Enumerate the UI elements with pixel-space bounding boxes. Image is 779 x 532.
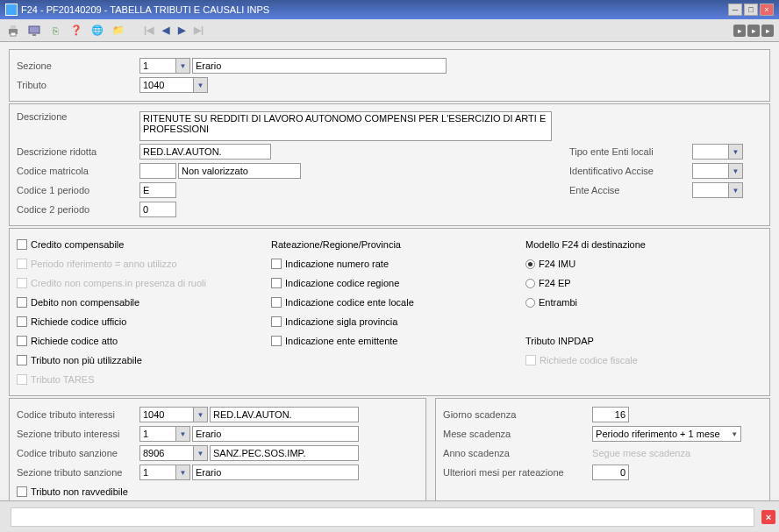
id-accise-drop-icon[interactable]: ▼ xyxy=(729,163,743,179)
cb-tributo-tares xyxy=(17,374,27,385)
cod2-input[interactable] xyxy=(139,202,176,217)
txt-tributo-tares: Tributo TARES xyxy=(31,374,95,385)
sezione-drop-icon[interactable]: ▼ xyxy=(176,58,190,74)
txt-rich-codice-fisc: Richiede codice fiscale xyxy=(540,355,638,365)
cb-debito-noncomp[interactable] xyxy=(17,297,27,308)
window-title: F24 - PF20140209 - TABELLA TRIBUTI E CAU… xyxy=(21,4,269,15)
giorno-scad-input[interactable] xyxy=(592,407,629,422)
txt-debito-noncomp: Debito non compensabile xyxy=(31,297,139,308)
label-cod2: Codice 2 periodo xyxy=(17,204,139,215)
panel-descr: Descrizione RITENUTE SU REDDITI DI LAVOR… xyxy=(9,103,770,226)
chev-2-icon[interactable]: ▸ xyxy=(747,25,760,37)
tipo-ente-input[interactable] xyxy=(692,144,729,160)
statusbar: × xyxy=(0,500,779,532)
txt-entrambi: Entrambi xyxy=(539,297,577,308)
tributo-input[interactable] xyxy=(139,77,194,93)
cb-tributo-nonravv[interactable] xyxy=(17,486,27,497)
window-titlebar: F24 - PF20140209 - TABELLA TRIBUTI E CAU… xyxy=(0,0,779,19)
anno-scad-text: Segue mese scadenza xyxy=(592,448,690,458)
cb-ind-ente-emit[interactable] xyxy=(271,336,282,346)
label-sezione: Sezione xyxy=(17,60,139,71)
cb-ind-sigla-prov[interactable] xyxy=(271,316,282,327)
label-seztrib-int: Sezione tributo interessi xyxy=(17,429,139,439)
codtrib-sanz-input[interactable] xyxy=(139,445,194,461)
cb-ind-num-rate[interactable] xyxy=(271,259,282,269)
print-icon[interactable] xyxy=(5,23,21,39)
cb-rich-codice-atto[interactable] xyxy=(17,336,27,346)
label-cod1: Codice 1 periodo xyxy=(17,185,139,195)
label-tipo-ente: Tipo ente Enti locali xyxy=(569,146,692,157)
status-close-icon[interactable]: × xyxy=(761,510,775,524)
close-button[interactable]: × xyxy=(760,4,774,16)
descr-ridotta-input[interactable] xyxy=(139,144,271,160)
cod1-input[interactable] xyxy=(139,182,176,198)
sezione-input[interactable] xyxy=(139,58,176,74)
label-tributo: Tributo xyxy=(17,80,139,90)
nav-next-icon[interactable]: ▶ xyxy=(178,25,185,36)
radio-f24-imu[interactable] xyxy=(525,259,535,269)
panel-ravved: Codice tributo interessi ▼ Sezione tribu… xyxy=(9,398,426,500)
tributo-drop-icon[interactable]: ▼ xyxy=(194,77,208,93)
ult-mesi-input[interactable] xyxy=(592,465,629,480)
radio-entrambi[interactable] xyxy=(525,298,535,308)
cb-ind-codice-reg[interactable] xyxy=(271,278,282,288)
codtrib-int-input[interactable] xyxy=(139,407,194,422)
cb-tributo-nonutil[interactable] xyxy=(17,355,27,365)
cb-rich-codice-uff[interactable] xyxy=(17,316,27,327)
codtrib-sanz-drop-icon[interactable]: ▼ xyxy=(194,445,208,461)
svg-rect-3 xyxy=(29,26,39,33)
txt-ind-codice-ente: Indicazione codice ente locale xyxy=(285,297,414,308)
folder-icon[interactable]: 📁 xyxy=(111,23,126,39)
seztrib-sanz-drop-icon[interactable]: ▼ xyxy=(176,465,190,480)
chev-3-icon[interactable]: ▸ xyxy=(761,25,774,37)
codtrib-int-text xyxy=(210,407,359,422)
label-id-accise: Identificativo Accise xyxy=(569,166,692,176)
nav-first-icon[interactable]: |◀ xyxy=(144,25,154,36)
seztrib-sanz-input[interactable] xyxy=(139,465,176,480)
descr-input[interactable]: RITENUTE SU REDDITI DI LAVORO AUTONOMO C… xyxy=(139,111,552,141)
label-ente-accise: Ente Accise xyxy=(569,185,692,195)
cb-credito-comp[interactable] xyxy=(17,239,27,250)
svg-rect-1 xyxy=(11,25,16,29)
label-codtrib-int: Codice tributo interessi xyxy=(17,409,139,420)
txt-f24-ep: F24 EP xyxy=(539,278,571,288)
panel-scadenza: Giorno scadenza Mese scadenza Periodo ri… xyxy=(435,398,770,500)
codtrib-int-drop-icon[interactable]: ▼ xyxy=(194,407,208,422)
sezione-text xyxy=(192,58,447,74)
label-mese-scad: Mese scadenza xyxy=(443,429,592,439)
status-field xyxy=(11,507,754,527)
maximize-button[interactable]: □ xyxy=(744,4,758,16)
matricola-input[interactable] xyxy=(139,163,176,179)
tipo-ente-drop-icon[interactable]: ▼ xyxy=(729,144,743,160)
txt-rich-codice-atto: Richiede codice atto xyxy=(31,336,118,346)
cb-ind-codice-ente[interactable] xyxy=(271,297,282,308)
panel-checks: Credito compensabile Periodo riferimento… xyxy=(9,228,770,396)
id-accise-input[interactable] xyxy=(692,163,729,179)
minimize-button[interactable]: ─ xyxy=(728,4,742,16)
screen-icon[interactable] xyxy=(26,23,42,39)
txt-tributo-nonravv: Tributo non ravvedibile xyxy=(31,486,128,497)
copy-icon[interactable]: ⎘ xyxy=(47,23,63,39)
chev-1-icon[interactable]: ▸ xyxy=(733,25,746,37)
seztrib-int-input[interactable] xyxy=(139,426,176,442)
svg-rect-2 xyxy=(11,32,16,36)
label-giorno-scad: Giorno scadenza xyxy=(443,409,592,420)
ente-accise-drop-icon[interactable]: ▼ xyxy=(729,182,743,198)
label-descr: Descrizione xyxy=(17,111,139,122)
help-icon[interactable]: ❓ xyxy=(68,23,84,39)
matricola-text xyxy=(178,163,301,179)
txt-periodo-rif: Periodo riferimento = anno utilizzo xyxy=(31,259,177,269)
nav-last-icon[interactable]: ▶| xyxy=(194,25,204,36)
mese-scad-select[interactable]: Periodo riferimento + 1 mese▼ xyxy=(592,426,741,442)
txt-tributo-nonutil: Tributo non più utilizzabile xyxy=(31,355,142,365)
label-ult-mesi: Ulteriori mesi per rateazione xyxy=(443,467,592,478)
radio-f24-ep[interactable] xyxy=(525,279,535,288)
ente-accise-input[interactable] xyxy=(692,182,729,198)
label-tributo-inpdap: Tributo INPDAP xyxy=(525,336,594,346)
seztrib-sanz-text xyxy=(192,465,359,480)
seztrib-int-drop-icon[interactable]: ▼ xyxy=(176,426,190,442)
globe-icon[interactable]: 🌐 xyxy=(89,23,105,39)
txt-rich-codice-uff: Richiede codice ufficio xyxy=(31,316,126,327)
nav-prev-icon[interactable]: ◀ xyxy=(162,25,169,36)
seztrib-int-text xyxy=(192,426,359,442)
